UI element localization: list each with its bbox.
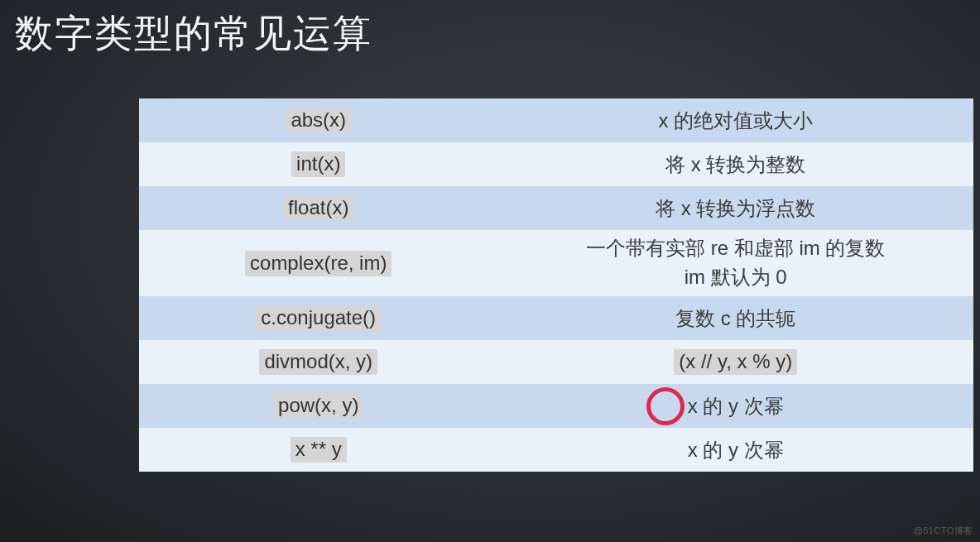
description-cell: x 的绝对值或大小 xyxy=(497,98,973,142)
description-text: x 的 y 次幂 xyxy=(688,439,784,461)
function-cell: complex(re, im) xyxy=(139,230,497,296)
table-row: divmod(x, y)(x // y, x % y) xyxy=(139,340,973,384)
function-name: c.conjugate() xyxy=(256,305,381,331)
description-text: x 的绝对值或大小 xyxy=(658,109,813,132)
function-cell: divmod(x, y) xyxy=(139,340,497,384)
table-row: int(x)将 x 转换为整数 xyxy=(139,142,973,186)
table-row: float(x)将 x 转换为浮点数 xyxy=(139,186,973,230)
slide-title: 数字类型的常见运算 xyxy=(15,8,372,60)
function-cell: abs(x) xyxy=(139,98,497,142)
table-row: x ** yx 的 y 次幂 xyxy=(139,428,973,472)
function-cell: c.conjugate() xyxy=(139,296,497,340)
function-cell: x ** y xyxy=(139,428,497,472)
table: abs(x)x 的绝对值或大小int(x)将 x 转换为整数float(x)将 … xyxy=(139,98,973,472)
function-name: int(x) xyxy=(291,151,345,177)
function-name: pow(x, y) xyxy=(273,393,363,419)
operations-table: abs(x)x 的绝对值或大小int(x)将 x 转换为整数float(x)将 … xyxy=(139,98,973,472)
description-cell: x 的 y 次幂 xyxy=(497,428,973,472)
description-cell: 复数 c 的共轭 xyxy=(497,296,973,340)
function-name: x ** y xyxy=(291,437,347,463)
table-row: complex(re, im)一个带有实部 re 和虚部 im 的复数im 默认… xyxy=(139,230,973,296)
description-cell: 将 x 转换为浮点数 xyxy=(497,186,973,230)
description-cell: 将 x 转换为整数 xyxy=(497,142,973,186)
description-text: (x // y, x % y) xyxy=(674,349,797,375)
description-cell: (x // y, x % y) xyxy=(497,340,973,384)
table-row: c.conjugate()复数 c 的共轭 xyxy=(139,296,973,340)
description-text: 一个带有实部 re 和虚部 im 的复数im 默认为 0 xyxy=(586,237,885,288)
function-cell: int(x) xyxy=(139,142,497,186)
watermark: @51CTO博客 xyxy=(914,525,973,537)
function-name: abs(x) xyxy=(286,108,351,133)
description-cell: x 的 y 次幂 xyxy=(497,384,973,428)
function-cell: float(x) xyxy=(139,186,497,230)
description-text: 复数 c 的共轭 xyxy=(675,307,795,329)
description-text: 将 x 转换为整数 xyxy=(665,153,805,175)
function-cell: pow(x, y) xyxy=(139,384,497,428)
function-name: divmod(x, y) xyxy=(259,349,377,375)
description-cell: 一个带有实部 re 和虚部 im 的复数im 默认为 0 xyxy=(497,230,973,296)
table-row: pow(x, y)x 的 y 次幂 xyxy=(139,384,973,428)
table-row: abs(x)x 的绝对值或大小 xyxy=(139,98,973,142)
function-name: complex(re, im) xyxy=(245,251,392,276)
cursor-ring-icon xyxy=(646,387,685,425)
function-name: float(x) xyxy=(283,195,353,221)
description-text: x 的 y 次幂 xyxy=(688,395,784,417)
description-text: 将 x 转换为浮点数 xyxy=(656,197,815,219)
